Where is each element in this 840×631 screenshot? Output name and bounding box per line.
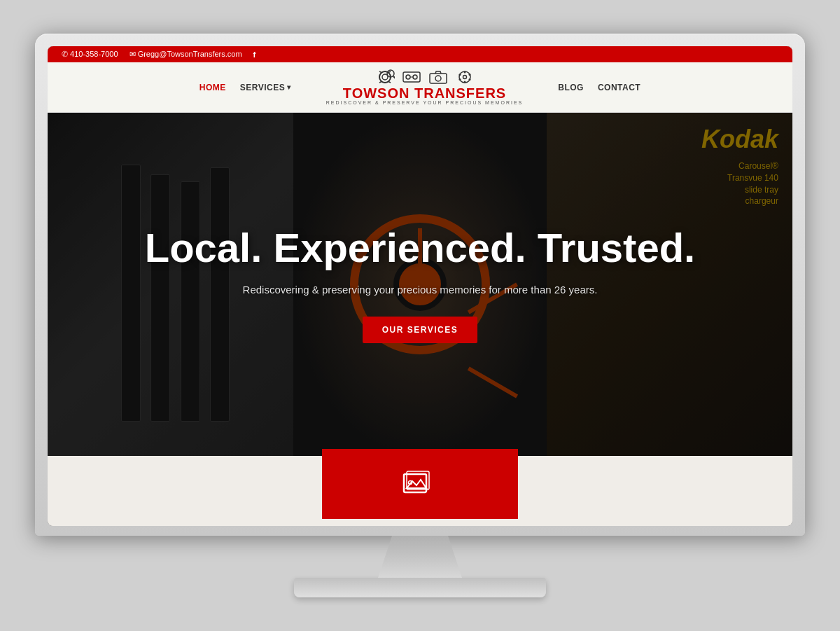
reel-icon (455, 69, 475, 85)
hero-cta-button[interactable]: OUR SERVICES (363, 317, 477, 343)
logo-area[interactable]: TOWSON TRANSFERS REDISCOVER & PRESERVE Y… (326, 69, 523, 105)
svg-point-13 (458, 74, 461, 76)
svg-point-12 (463, 81, 465, 83)
nav-contact[interactable]: CONTACT (598, 83, 640, 92)
svg-rect-7 (430, 74, 447, 83)
hero-title: Local. Experienced. Trusted. (145, 226, 695, 270)
vhs-icon (402, 69, 421, 85)
navbar: HOME SERVICES (48, 62, 792, 113)
website-frame: 410-358-7000 Gregg@TowsonTransfers.com f… (48, 46, 792, 526)
svg-line-3 (393, 76, 395, 78)
svg-point-19 (409, 481, 412, 485)
svg-point-11 (463, 71, 465, 74)
svg-point-6 (413, 75, 417, 79)
nav-left: HOME SERVICES (200, 83, 291, 92)
monitor-outer: 410-358-7000 Gregg@TowsonTransfers.com f… (35, 34, 805, 536)
hero-subtitle: Rediscovering & preserving your precious… (243, 284, 598, 296)
monitor-screen: 410-358-7000 Gregg@TowsonTransfers.com f… (48, 46, 792, 526)
svg-point-14 (468, 74, 470, 76)
monitor-stand-base (294, 578, 546, 597)
nav-blog[interactable]: BLOG (558, 83, 584, 92)
nav-right: BLOG CONTACT (558, 83, 640, 92)
bottom-card[interactable] (322, 449, 518, 519)
photo-slideshow-icon (402, 470, 438, 498)
camera-icon (428, 69, 448, 85)
logo-title: TOWSON TRANSFERS (343, 86, 506, 100)
logo-subtitle: REDISCOVER & PRESERVE YOUR PRECIOUS MEMO… (326, 100, 523, 105)
logo-icons (375, 69, 475, 85)
svg-point-8 (435, 76, 441, 81)
film-icon (375, 69, 395, 85)
hero-section: Kodak Carousel®Transvue 140slide traycha… (48, 113, 792, 456)
svg-point-10 (463, 76, 466, 79)
bottom-section (48, 456, 792, 526)
top-bar: 410-358-7000 Gregg@TowsonTransfers.com f (48, 46, 792, 62)
nav-home[interactable]: HOME (200, 83, 226, 92)
phone-number[interactable]: 410-358-7000 (62, 50, 118, 59)
svg-point-15 (458, 78, 461, 81)
email-address[interactable]: Gregg@TowsonTransfers.com (130, 50, 242, 59)
nav-services[interactable]: SERVICES (240, 83, 291, 92)
hero-content: Local. Experienced. Trusted. Rediscoveri… (48, 113, 792, 456)
svg-point-5 (406, 75, 410, 79)
svg-point-16 (468, 78, 470, 81)
facebook-link[interactable]: f (253, 50, 256, 59)
monitor-stand-neck (350, 536, 490, 578)
